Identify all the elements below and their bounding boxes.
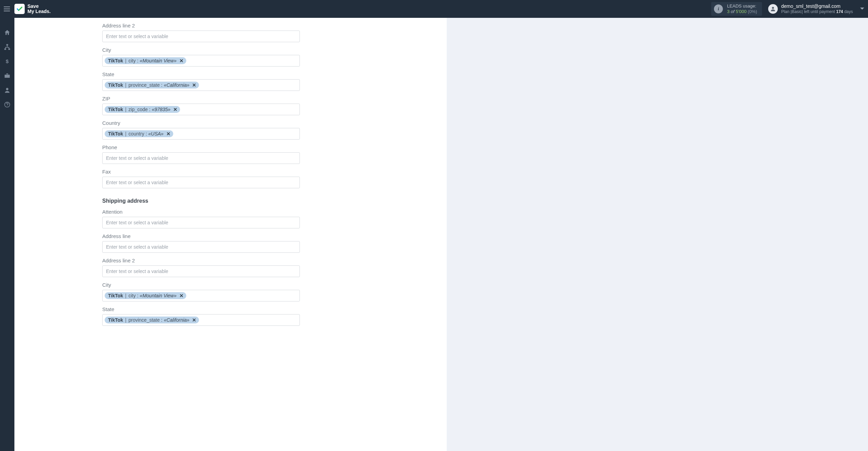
label-state: State [102, 71, 314, 77]
plan-days: 174 [836, 9, 843, 14]
account-plan: Plan |Basic| left until payment 174 days [781, 9, 853, 14]
chip-state: TikTok| province_state: «California» ✕ [105, 82, 199, 88]
brand-line-1: Save [27, 4, 51, 9]
top-header: Save My Leads. i LEADS usage: 3 of 5'000… [0, 0, 868, 18]
account-email: demo_sml_test@gmail.com [781, 3, 853, 9]
sidebar-home[interactable] [3, 29, 11, 36]
svg-text:$: $ [6, 58, 9, 64]
chip-remove[interactable]: ✕ [179, 293, 184, 298]
chip-value: «California» [164, 317, 189, 323]
account-chevron[interactable] [860, 7, 865, 11]
header-left: Save My Leads. [2, 4, 51, 14]
chip-key: city [128, 293, 136, 298]
sidebar-profile[interactable] [3, 86, 11, 94]
input-country[interactable]: TikTok| country: «USA» ✕ [102, 128, 300, 140]
chip-city: TikTok| city: «Mountain View» ✕ [105, 57, 186, 64]
menu-button[interactable] [2, 4, 12, 14]
input-ship-attention[interactable]: Enter text or select a variable [102, 217, 300, 228]
content-area: Address line 2 Enter text or select a va… [14, 18, 868, 451]
label-ship-address-line-2: Address line 2 [102, 258, 314, 263]
placeholder: Enter text or select a variable [106, 220, 168, 225]
chip-value: «USA» [148, 131, 163, 137]
placeholder: Enter text or select a variable [106, 269, 168, 274]
usage-total: 5'000 [736, 9, 746, 14]
chip-source: TikTok [108, 293, 123, 298]
placeholder: Enter text or select a variable [106, 244, 168, 250]
chip-remove[interactable]: ✕ [166, 131, 171, 137]
chip-value: «Mountain View» [140, 58, 176, 63]
label-ship-attention: Attention [102, 209, 314, 215]
input-ship-state[interactable]: TikTok| province_state: «California» ✕ [102, 314, 300, 326]
chip-key: country [128, 131, 144, 137]
dollar-icon: $ [4, 58, 11, 65]
sidebar: $ [0, 18, 14, 451]
svg-point-0 [772, 7, 774, 9]
brand-line-2: My Leads. [27, 9, 51, 14]
plan-mid: | left until payment [802, 9, 835, 14]
label-country: Country [102, 120, 314, 126]
briefcase-icon [4, 72, 11, 79]
svg-rect-2 [4, 48, 6, 50]
header-right: i LEADS usage: 3 of 5'000 (0%) demo_sml_… [711, 2, 865, 16]
label-fax: Fax [102, 169, 314, 175]
chip-country: TikTok| country: «USA» ✕ [105, 130, 173, 137]
chip-value: «California» [164, 82, 189, 88]
svg-rect-3 [8, 48, 10, 50]
chip-ship-state: TikTok| province_state: «California» ✕ [105, 317, 199, 323]
input-ship-address-line[interactable]: Enter text or select a variable [102, 241, 300, 253]
placeholder: Enter text or select a variable [106, 34, 168, 39]
chip-remove[interactable]: ✕ [173, 107, 177, 112]
input-state[interactable]: TikTok| province_state: «California» ✕ [102, 79, 300, 91]
label-city: City [102, 47, 314, 53]
chip-zip: TikTok| zip_code: «97835» ✕ [105, 106, 180, 113]
chip-value: «97835» [152, 107, 171, 112]
chip-ship-city: TikTok| city: «Mountain View» ✕ [105, 292, 186, 299]
chip-key: province_state [128, 317, 160, 323]
svg-point-5 [6, 88, 9, 90]
usage-label: LEADS usage: [727, 3, 757, 9]
placeholder: Enter text or select a variable [106, 180, 168, 185]
chip-remove[interactable]: ✕ [192, 82, 196, 88]
chip-key: city [128, 58, 136, 63]
avatar-icon [768, 4, 778, 14]
help-icon [4, 101, 11, 108]
input-city[interactable]: TikTok| city: «Mountain View» ✕ [102, 55, 300, 67]
sidebar-help[interactable] [3, 101, 11, 108]
plan-name: Basic [791, 9, 801, 14]
input-fax[interactable]: Enter text or select a variable [102, 177, 300, 188]
sidebar-integrations[interactable] [3, 43, 11, 51]
chip-source: TikTok [108, 317, 123, 323]
sidebar-briefcase[interactable] [3, 72, 11, 80]
section-shipping-address: Shipping address [102, 198, 314, 204]
chip-key: zip_code [128, 107, 148, 112]
input-phone[interactable]: Enter text or select a variable [102, 152, 300, 164]
plan-days-suffix: days [844, 9, 853, 14]
checkmark-icon [16, 5, 23, 12]
chip-source: TikTok [108, 131, 123, 137]
input-ship-city[interactable]: TikTok| city: «Mountain View» ✕ [102, 290, 300, 301]
input-zip[interactable]: TikTok| zip_code: «97835» ✕ [102, 104, 300, 115]
usage-pct: (0%) [748, 9, 757, 14]
hamburger-icon [4, 7, 10, 11]
label-phone: Phone [102, 144, 314, 150]
plan-prefix: Plan | [781, 9, 791, 14]
chip-remove[interactable]: ✕ [192, 317, 196, 323]
input-address-line-2[interactable]: Enter text or select a variable [102, 31, 300, 42]
usage-count: 3 [727, 9, 729, 14]
chip-source: TikTok [108, 107, 123, 112]
user-icon [770, 6, 776, 12]
usage-of: of [731, 9, 735, 14]
account-menu[interactable]: demo_sml_test@gmail.com Plan |Basic| lef… [768, 3, 865, 14]
label-ship-address-line: Address line [102, 233, 314, 239]
chip-source: TikTok [108, 82, 123, 88]
label-zip: ZIP [102, 96, 314, 102]
leads-usage-box[interactable]: i LEADS usage: 3 of 5'000 (0%) [711, 2, 762, 16]
sidebar-billing[interactable]: $ [3, 58, 11, 65]
account-lines: demo_sml_test@gmail.com Plan |Basic| lef… [781, 3, 853, 14]
chevron-down-icon [860, 7, 865, 11]
brand-logo [14, 4, 25, 14]
input-ship-address-line-2[interactable]: Enter text or select a variable [102, 265, 300, 277]
hierarchy-icon [4, 44, 11, 50]
svg-point-7 [7, 106, 7, 106]
chip-remove[interactable]: ✕ [179, 58, 184, 63]
